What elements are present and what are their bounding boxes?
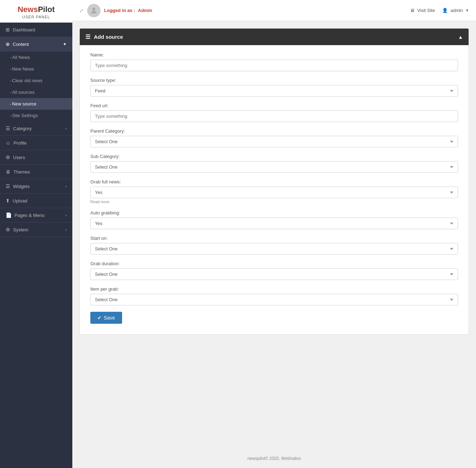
sidebar-sub-site-settings[interactable]: Site Settings [0,110,72,121]
auto-grabbing-select[interactable]: Yes No [90,218,458,229]
sidebar-sub-new-source[interactable]: New source [0,98,72,110]
svg-point-0 [92,8,95,11]
collapse-icon[interactable]: ▲ [458,34,463,40]
category-arrow: › [65,126,67,130]
content-area: ☰ Add source ▲ Name: Source type: [72,21,476,449]
panel-header-title-group: ☰ Add source [85,34,123,40]
avatar [87,4,101,17]
sidebar-sub-new-news[interactable]: New News [0,63,72,75]
form-group-parent-category: Parent Category: Select One [90,128,458,147]
monitor-icon: 🖥 [410,8,415,13]
read-more-hint: Read more [90,200,458,204]
start-on-select[interactable]: Select One [90,243,458,255]
logged-in-text: Logged in as : Admin [104,8,152,13]
footer-text: newspilot© 2020, Webhalios [247,456,301,461]
name-input[interactable] [90,60,458,71]
panel-header: ☰ Add source ▲ [80,29,469,45]
save-button[interactable]: ✔ Save [90,312,122,324]
visit-site-link[interactable]: 🖥 Visit Site [410,8,435,13]
system-icon: ⚙ [6,227,10,232]
sidebar-item-content[interactable]: ⊕ Content ▼ [0,37,72,51]
sidebar-sub-all-sources[interactable]: All sources [0,86,72,98]
form-group-start-on: Start on: Select One [90,236,458,255]
parent-category-select[interactable]: Select One [90,136,458,147]
sub-category-select[interactable]: Select One [90,161,458,173]
form-group-sub-category: Sub Category: Select One [90,154,458,173]
profile-icon: ☺ [6,140,11,146]
sidebar-item-themes[interactable]: 🖥 Themes [0,165,72,179]
panel-title: Add source [94,34,123,40]
source-type-label: Source type: [90,78,458,83]
form-group-source-type: Source type: Feed RSS Atom [90,78,458,97]
item-per-grab-select[interactable]: Select One [90,294,458,305]
menu-icon: ☰ [85,34,90,40]
content-icon: ⊕ [6,41,10,47]
sidebar-item-upload[interactable]: ⬆ Upload [0,194,72,208]
form-group-name: Name: [90,52,458,71]
category-icon: ☰ [6,126,10,131]
form-group-grab-duration: Grab duration: Select One [90,261,458,280]
check-icon: ✔ [97,315,102,321]
pages-arrow: › [65,213,67,217]
widgets-icon: ☰ [6,183,10,189]
feed-url-label: Feed url: [90,103,458,108]
form-group-item-per-grab: Item per grab: Select One [90,286,458,305]
logo: NewsPilot USER PANEL [0,0,72,23]
panel-body: Name: Source type: Feed RSS Atom [80,45,469,334]
grab-full-news-label: Grab full news: [90,179,458,184]
start-on-label: Start on: [90,236,458,241]
header-right: 🖥 Visit Site 👤 admin ▼ [410,8,469,13]
sidebar-nav: ⊞ Dashboard ⊕ Content ▼ All News New New… [0,23,72,468]
panel-label: USER PANEL [4,15,69,19]
feed-url-input[interactable] [90,110,458,122]
item-per-grab-label: Item per grab: [90,286,458,292]
add-source-panel: ☰ Add source ▲ Name: Source type: [79,28,469,335]
sidebar-item-system[interactable]: ⚙ System › [0,223,72,237]
form-group-auto-grabbing: Auto grabbing: Yes No [90,210,458,229]
sidebar: NewsPilot USER PANEL ⊞ Dashboard ⊕ Conte… [0,0,72,468]
system-arrow: › [65,227,67,232]
sidebar-item-category[interactable]: ☰ Category › [0,121,72,136]
user-icon-header: 👤 [442,8,448,13]
themes-icon: 🖥 [6,169,11,175]
source-type-select[interactable]: Feed RSS Atom [90,85,458,97]
dashboard-icon: ⊞ [6,27,10,32]
brand-name: NewsPilot [4,5,69,14]
sidebar-item-pages-menu[interactable]: 📄 Pages & Menu › [0,208,72,223]
grab-duration-select[interactable]: Select One [90,268,458,280]
sidebar-sub-all-news[interactable]: All News [0,51,72,63]
header-left: ⤢ Logged in as : Admin [79,4,152,17]
admin-dropdown[interactable]: 👤 admin ▼ [442,8,469,13]
pages-icon: 📄 [6,212,12,218]
sub-category-label: Sub Category: [90,154,458,159]
name-label: Name: [90,52,458,57]
upload-icon: ⬆ [6,198,10,203]
auto-grabbing-label: Auto grabbing: [90,210,458,215]
grab-duration-label: Grab duration: [90,261,458,266]
chevron-down-icon: ▼ [465,8,469,12]
content-arrow: ▼ [63,42,67,46]
sidebar-item-dashboard[interactable]: ⊞ Dashboard [0,23,72,37]
parent-category-label: Parent Category: [90,128,458,134]
grab-full-news-select[interactable]: Yes No [90,187,458,198]
sidebar-item-users[interactable]: ⚙ Users [0,150,72,165]
widgets-arrow: › [65,184,67,188]
sidebar-sub-clear-old-news[interactable]: Clear old news [0,75,72,86]
users-icon: ⚙ [6,154,10,160]
footer: newspilot© 2020, Webhalios [72,449,476,468]
sidebar-item-profile[interactable]: ☺ Profile [0,136,72,150]
sidebar-item-widgets[interactable]: ☰ Widgets › [0,179,72,194]
expand-toggle-icon[interactable]: ⤢ [79,8,84,13]
form-group-feed-url: Feed url: [90,103,458,122]
form-group-grab-full-news: Grab full news: Yes No Read more [90,179,458,204]
top-header: ⤢ Logged in as : Admin 🖥 Visit Site 👤 ad… [72,0,476,21]
